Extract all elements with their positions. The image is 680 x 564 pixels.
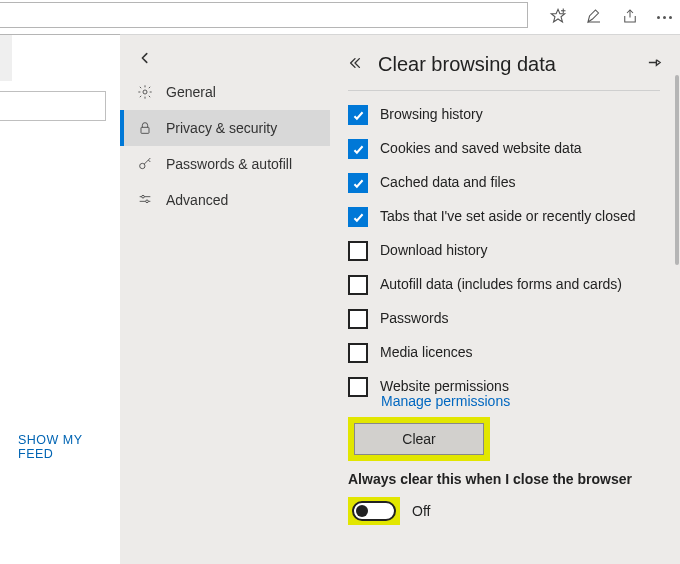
checkbox-label: Media licences (380, 343, 473, 360)
gear-icon (136, 84, 154, 100)
checkbox-label: Cached data and files (380, 173, 515, 190)
notes-icon[interactable] (585, 7, 603, 28)
always-clear-heading: Always clear this when I close the brows… (348, 471, 660, 487)
checkbox-browsing-history[interactable] (348, 105, 368, 125)
checkbox-media[interactable] (348, 343, 368, 363)
checkbox-row: Media licences (348, 343, 660, 363)
checkbox-cookies[interactable] (348, 139, 368, 159)
pane-scrollbar[interactable] (674, 35, 680, 564)
pane-title: Clear browsing data (378, 53, 556, 76)
settings-sidebar: General Privacy & security Passwords & a… (120, 34, 330, 564)
checkbox-label: Cookies and saved website data (380, 139, 582, 156)
page-background: SHOW MY FEED (0, 34, 120, 564)
show-feed-link[interactable]: SHOW MY FEED (18, 433, 120, 461)
address-bar[interactable] (0, 2, 528, 28)
favorites-icon[interactable] (549, 7, 567, 28)
checkbox-label: Download history (380, 241, 487, 258)
settings-pane: Clear browsing data Browsing history Coo… (330, 34, 680, 564)
checkbox-row: Autofill data (includes forms and cards) (348, 275, 660, 295)
checkbox-row: Cookies and saved website data (348, 139, 660, 159)
checkbox-row: Tabs that I've set aside or recently clo… (348, 207, 660, 227)
checkbox-cached[interactable] (348, 173, 368, 193)
sidebar-item-general[interactable]: General (120, 74, 330, 110)
lock-icon (136, 120, 154, 136)
pin-button[interactable] (647, 55, 662, 73)
checkbox-passwords[interactable] (348, 309, 368, 329)
clear-button[interactable]: Clear (354, 423, 484, 455)
checkbox-row: Passwords (348, 309, 660, 329)
clear-highlight: Clear (348, 417, 490, 461)
key-icon (136, 156, 154, 172)
more-icon[interactable] (657, 16, 672, 19)
always-clear-toggle[interactable] (352, 501, 396, 521)
checkbox-downloads[interactable] (348, 241, 368, 261)
sidebar-label: Passwords & autofill (166, 156, 292, 172)
svg-rect-5 (141, 127, 149, 133)
checkbox-label: Browsing history (380, 105, 483, 122)
checkbox-permissions[interactable] (348, 377, 368, 397)
sidebar-back-button[interactable] (120, 45, 330, 74)
checkbox-label: Passwords (380, 309, 448, 326)
checkbox-autofill[interactable] (348, 275, 368, 295)
sliders-icon (136, 192, 154, 208)
sidebar-item-privacy[interactable]: Privacy & security (120, 110, 330, 146)
sidebar-label: General (166, 84, 216, 100)
checkbox-tabs[interactable] (348, 207, 368, 227)
manage-permissions-link[interactable]: Manage permissions (381, 393, 510, 409)
svg-point-10 (146, 200, 149, 203)
sidebar-label: Privacy & security (166, 120, 277, 136)
page-element (0, 91, 106, 121)
sidebar-item-passwords[interactable]: Passwords & autofill (120, 146, 330, 182)
share-icon[interactable] (621, 7, 639, 28)
sidebar-item-advanced[interactable]: Advanced (120, 182, 330, 218)
svg-point-4 (143, 90, 147, 94)
checkbox-label: Tabs that I've set aside or recently clo… (380, 207, 636, 224)
toolbar-actions (528, 0, 680, 34)
checkbox-row: Cached data and files (348, 173, 660, 193)
svg-point-9 (142, 195, 145, 198)
pane-back-button[interactable] (348, 56, 362, 73)
page-edge (0, 35, 12, 81)
toggle-state-label: Off (412, 503, 430, 519)
checkbox-row: Browsing history (348, 105, 660, 125)
checkbox-label: Autofill data (includes forms and cards) (380, 275, 622, 292)
svg-point-6 (140, 163, 145, 168)
checkbox-label: Website permissions (380, 377, 509, 394)
sidebar-label: Advanced (166, 192, 228, 208)
checkbox-row: Download history (348, 241, 660, 261)
toggle-highlight (348, 497, 400, 525)
scrollbar-thumb[interactable] (675, 75, 679, 265)
